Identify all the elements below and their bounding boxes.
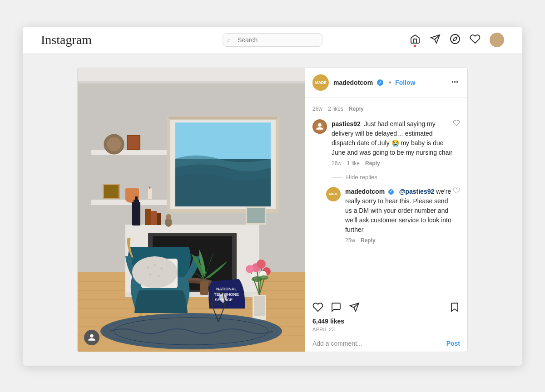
commenter-avatar[interactable] (312, 119, 327, 134)
svg-rect-57 (254, 296, 265, 316)
svg-rect-22 (148, 188, 152, 199)
svg-text:NATIONAL: NATIONAL (216, 287, 237, 291)
svg-point-69 (259, 275, 268, 280)
comment-likes: 2 likes (328, 106, 343, 112)
navbar-icons (322, 33, 504, 47)
search-icon: ⌕ (227, 37, 231, 44)
svg-point-14 (107, 137, 121, 152)
add-comment-input[interactable] (312, 340, 446, 347)
svg-rect-34 (151, 211, 157, 225)
verified-badge-comment (388, 189, 394, 195)
svg-rect-33 (145, 209, 151, 225)
home-nav-button[interactable] (410, 34, 421, 46)
action-icons-row (312, 302, 460, 314)
svg-rect-35 (157, 213, 161, 225)
notifications-button[interactable] (470, 34, 481, 46)
search-input[interactable] (223, 33, 322, 47)
comment-text: madedotcom @pasties92 we're really sorry… (345, 187, 453, 235)
commenter-username[interactable]: pasties92 (332, 120, 361, 127)
svg-rect-11 (78, 81, 305, 83)
svg-point-37 (166, 214, 171, 220)
svg-point-47 (147, 266, 149, 269)
comment-reply-button[interactable]: Reply (365, 160, 380, 167)
comment-time: 25w (345, 237, 355, 244)
commenter-username[interactable]: madedotcom (345, 188, 385, 195)
svg-rect-19 (104, 185, 119, 198)
direct-messages-button[interactable] (430, 34, 441, 46)
explore-button[interactable] (450, 34, 461, 46)
room-illustration: NATIONAL TELEPHONE SERVICE (78, 68, 305, 352)
comment-likes: 1 like (347, 160, 360, 167)
hide-replies-line (332, 177, 342, 177)
svg-rect-30 (132, 202, 140, 225)
bookmark-button[interactable] (449, 302, 460, 314)
svg-point-50 (149, 273, 152, 276)
main-content: NATIONAL TELEPHONE SERVICE (23, 54, 522, 366)
comment-text: pasties92 Just had email saying my deliv… (332, 119, 453, 157)
comment-button[interactable] (331, 302, 342, 314)
comment-meta: 26w 1 like Reply (332, 160, 453, 167)
navbar: Instagram ⌕ (23, 27, 522, 54)
post-author-info: madedotcom • Follow (333, 78, 450, 87)
hide-replies-button[interactable]: Hide replies (346, 174, 377, 181)
comments-area: 26w 2 likes Reply pas (305, 98, 467, 297)
likes-count: 6,449 likes (312, 318, 460, 325)
share-button[interactable] (349, 302, 360, 314)
comment-time: 26w (312, 106, 322, 112)
svg-point-49 (160, 267, 163, 270)
svg-rect-32 (135, 196, 138, 201)
svg-point-51 (157, 274, 160, 277)
svg-point-65 (246, 265, 254, 273)
post-date: April 23 (312, 327, 460, 332)
svg-rect-28 (168, 117, 277, 119)
post-comment-button[interactable]: Post (446, 340, 460, 347)
comment-like-button[interactable] (453, 187, 460, 244)
post-card: NATIONAL TELEPHONE SERVICE (77, 68, 468, 352)
svg-point-0 (451, 34, 460, 44)
svg-rect-39 (247, 208, 265, 223)
svg-rect-10 (78, 68, 305, 82)
svg-point-48 (154, 264, 156, 267)
post-right-panel: MADE madedotcom • Follow ··· (305, 68, 467, 352)
instagram-logo: Instagram (41, 33, 223, 47)
svg-rect-29 (125, 225, 259, 233)
svg-rect-23 (149, 186, 150, 189)
svg-rect-52 (200, 281, 208, 295)
comment-content: 26w 2 likes Reply (312, 103, 460, 112)
post-author-avatar[interactable]: MADE (312, 74, 329, 91)
more-options-button[interactable]: ··· (450, 78, 460, 87)
follow-button[interactable]: Follow (395, 79, 415, 86)
svg-rect-16 (128, 136, 139, 149)
hide-replies-row: Hide replies (332, 174, 460, 181)
dot-separator: • (389, 78, 391, 86)
comment-content: pasties92 Just had email saying my deliv… (332, 119, 453, 167)
add-comment-row: Post (305, 335, 467, 352)
comment-reply-button[interactable]: Reply (349, 106, 364, 112)
comment-meta: 25w Reply (345, 237, 453, 244)
svg-point-63 (257, 260, 266, 269)
post-header: MADE madedotcom • Follow ··· (305, 68, 467, 98)
user-avatar-nav[interactable] (490, 33, 504, 47)
browser-window: Instagram ⌕ (23, 27, 522, 366)
comment-time: 26w (332, 160, 342, 167)
notification-dot (414, 45, 416, 47)
comment-meta: 26w 2 likes Reply (312, 106, 460, 112)
post-author-username[interactable]: madedotcom (333, 79, 373, 86)
verified-badge (377, 79, 383, 86)
like-button[interactable] (312, 302, 323, 314)
comment-row: MADE madedotcom @pasties92 we're really … (326, 187, 460, 244)
comment-content: madedotcom @pasties92 we're really sorry… (345, 187, 453, 244)
comment-reply-button[interactable]: Reply (361, 237, 376, 244)
comment-mention: @pasties92 (399, 188, 434, 195)
svg-point-46 (132, 256, 178, 288)
comment-like-button[interactable] (453, 119, 460, 167)
comment-row: 26w 2 likes Reply (312, 103, 460, 112)
comment-row: pasties92 Just had email saying my deliv… (312, 119, 460, 167)
search-bar[interactable]: ⌕ (223, 33, 322, 47)
post-user-avatar-corner[interactable] (84, 330, 99, 345)
commenter-avatar[interactable]: MADE (326, 187, 341, 201)
post-actions: 6,449 likes April 23 (305, 297, 467, 335)
post-image: NATIONAL TELEPHONE SERVICE (78, 68, 305, 352)
